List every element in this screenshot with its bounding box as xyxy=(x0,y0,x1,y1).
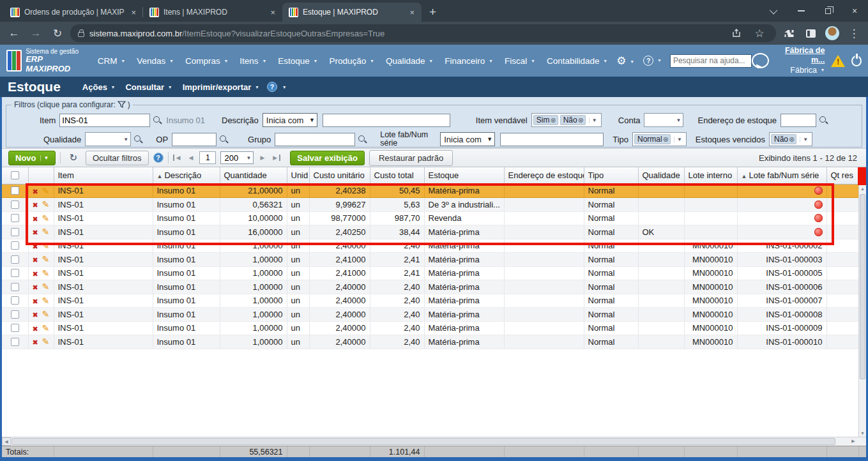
row-checkbox[interactable] xyxy=(11,310,19,319)
row-checkbox[interactable] xyxy=(11,214,19,222)
tab-close-icon[interactable]: × xyxy=(129,8,138,17)
browser-tab-estoque-maxiprod[interactable]: Estoque | MAXIPROD × xyxy=(282,3,422,22)
erp-menu-fiscal[interactable]: Fiscal ▼ xyxy=(500,54,540,68)
address-bar[interactable]: sistema.maxiprod.com.br/ItemEstoque?visu… xyxy=(70,24,776,42)
page-number-input[interactable]: 1 xyxy=(199,151,216,164)
item-filter-input[interactable] xyxy=(59,114,150,127)
edit-row-icon[interactable]: ✎ xyxy=(42,199,50,209)
column-header-custo_unitario[interactable]: Custo unitário xyxy=(309,167,370,184)
column-header-unid[interactable]: Unid xyxy=(287,167,309,184)
help-search-input[interactable] xyxy=(670,54,752,68)
tab-search-chevron-icon[interactable] xyxy=(761,1,788,20)
select-all-checkbox[interactable] xyxy=(11,171,19,179)
edit-row-icon[interactable]: ✎ xyxy=(42,296,50,306)
filter-tag-normal[interactable]: Normal⊗ xyxy=(634,134,671,144)
erp-menu-compras[interactable]: Compras ▼ xyxy=(181,54,232,68)
grupo-filter-input[interactable] xyxy=(275,133,355,146)
conta-select[interactable]: ▼ xyxy=(644,113,683,127)
refresh-icon[interactable]: ↻ xyxy=(65,150,81,165)
prev-page-icon[interactable]: ◀ xyxy=(187,155,195,161)
table-row[interactable]: ✖✎INS-01Insumo 0121,00000un2,4023850,45M… xyxy=(2,184,858,198)
row-checkbox[interactable] xyxy=(11,283,19,291)
page-menu-consultar[interactable]: Consultar ▼ xyxy=(121,81,176,93)
page-help-icon[interactable]: ? xyxy=(267,82,277,92)
row-checkbox[interactable] xyxy=(11,338,19,346)
reload-icon[interactable]: ↻ xyxy=(49,24,66,42)
scroll-down-icon[interactable]: ▼ xyxy=(859,431,866,435)
table-row[interactable]: ✖✎INS-01Insumo 011,00000un2,410002,41Mat… xyxy=(2,266,858,280)
page-menu-imprimir-exportar[interactable]: Imprimir/exportar ▼ xyxy=(179,81,263,93)
endereco-search-icon[interactable] xyxy=(819,116,828,125)
delete-row-icon[interactable]: ✖ xyxy=(33,201,38,209)
delete-row-icon[interactable]: ✖ xyxy=(33,311,38,319)
warning-triangle-icon[interactable] xyxy=(831,55,845,67)
novo-button[interactable]: Novo▼ xyxy=(8,151,56,165)
column-header-estoque[interactable]: Estoque xyxy=(424,167,504,184)
table-row[interactable]: ✖✎INS-01Insumo 011,00000un2,400002,40Mat… xyxy=(2,294,858,308)
no-lot-red-indicator[interactable] xyxy=(814,214,823,222)
column-header-quantidade[interactable]: Quantidade xyxy=(220,167,287,184)
edit-row-icon[interactable]: ✎ xyxy=(42,323,50,333)
browser-tab-itens-maxiprod[interactable]: Itens | MAXIPROD × xyxy=(143,3,282,22)
qualidade-select[interactable]: ▼ xyxy=(85,132,131,146)
column-header-item[interactable]: Item xyxy=(54,167,153,184)
row-checkbox[interactable] xyxy=(11,296,19,305)
row-checkbox[interactable] xyxy=(11,241,19,250)
table-row[interactable]: ✖✎INS-01Insumo 011,00000un2,400002,40Mat… xyxy=(2,280,858,294)
row-checkbox[interactable] xyxy=(11,200,19,209)
page-help-caret-icon[interactable]: ▼ xyxy=(282,85,287,89)
delete-row-icon[interactable]: ✖ xyxy=(33,256,38,264)
delete-row-icon[interactable]: ✖ xyxy=(33,243,38,250)
endereco-filter-input[interactable] xyxy=(780,114,816,127)
filter-tag-nao[interactable]: Não⊗ xyxy=(560,115,586,125)
row-checkbox[interactable] xyxy=(11,186,19,195)
minimize-button[interactable] xyxy=(788,1,814,20)
delete-row-icon[interactable]: ✖ xyxy=(33,270,38,278)
table-row[interactable]: ✖✎INS-01Insumo 011,00000un2,400002,40Mat… xyxy=(2,321,858,335)
column-header-lote_interno[interactable]: Lote interno xyxy=(684,167,737,184)
browser-tab-ordens-de-producao-maxiprod[interactable]: Ordens de produção | MAXIPROD × xyxy=(4,3,143,22)
qualidade-search-icon[interactable] xyxy=(133,135,143,144)
filter-tag-nao[interactable]: Não⊗ xyxy=(771,134,796,144)
edit-row-icon[interactable]: ✎ xyxy=(42,254,50,264)
row-checkbox[interactable] xyxy=(11,255,19,264)
logout-power-icon[interactable] xyxy=(851,56,862,66)
table-row[interactable]: ✖✎INS-01Insumo 0110,00000un98,77000987,7… xyxy=(2,211,858,225)
table-row[interactable]: ✖✎INS-01Insumo 0116,00000un2,4025038,44M… xyxy=(2,225,858,239)
op-filter-input[interactable] xyxy=(172,133,217,146)
tab-close-icon[interactable]: × xyxy=(268,8,277,17)
horizontal-scrollbar[interactable]: ◀ ▶ xyxy=(2,437,866,446)
no-lot-red-indicator[interactable] xyxy=(814,186,823,195)
delete-row-icon[interactable]: ✖ xyxy=(33,325,38,333)
vertical-scroll-thumb[interactable] xyxy=(860,194,865,379)
delete-row-icon[interactable]: ✖ xyxy=(33,215,38,223)
horizontal-scroll-thumb[interactable] xyxy=(11,438,835,445)
header-select-all[interactable] xyxy=(2,167,28,184)
item-search-icon[interactable] xyxy=(153,116,162,125)
erp-menu-itens[interactable]: Itens ▼ xyxy=(235,54,271,68)
first-page-icon[interactable]: ◀ xyxy=(173,155,183,161)
table-row[interactable]: ✖✎INS-01Insumo 011,00000un2,400002,40Mat… xyxy=(2,308,858,322)
delete-row-icon[interactable]: ✖ xyxy=(33,229,38,236)
vencidos-combo[interactable]: Não⊗▼ xyxy=(769,132,812,146)
erp-menu-financeiro[interactable]: Financeiro ▼ xyxy=(440,54,498,68)
extensions-puzzle-icon[interactable] xyxy=(780,24,798,42)
edit-row-icon[interactable]: ✎ xyxy=(42,282,50,292)
table-row[interactable]: ✖✎INS-01Insumo 011,00000un2,400002,40Mat… xyxy=(2,239,858,253)
remove-tag-icon[interactable]: ⊗ xyxy=(550,116,556,125)
page-size-select[interactable]: 200▼ xyxy=(220,151,254,164)
erp-menu-qualidade[interactable]: Qualidade ▼ xyxy=(381,54,438,68)
delete-row-icon[interactable]: ✖ xyxy=(33,338,38,346)
erp-menu-crm[interactable]: CRM ▼ xyxy=(93,54,130,68)
edit-row-icon[interactable]: ✎ xyxy=(42,268,50,278)
restaurar-padrao-button[interactable]: Restaurar padrão xyxy=(369,150,453,166)
site-label[interactable]: Fábrica xyxy=(790,66,817,75)
filter-tag-sim[interactable]: Sim⊗ xyxy=(533,115,558,125)
help-menu[interactable]: ? ▼ xyxy=(639,53,666,69)
scroll-right-icon[interactable]: ▶ xyxy=(849,437,858,446)
company-link[interactable]: Fábrica de m... xyxy=(775,46,825,66)
table-row[interactable]: ✖✎INS-01Insumo 011,00000un2,400002,40Mat… xyxy=(2,335,858,349)
column-header-endereco[interactable]: Endereço de estoque xyxy=(504,167,584,184)
edit-row-icon[interactable]: ✎ xyxy=(42,213,50,223)
bookmark-star-icon[interactable]: ☆ xyxy=(750,24,768,42)
